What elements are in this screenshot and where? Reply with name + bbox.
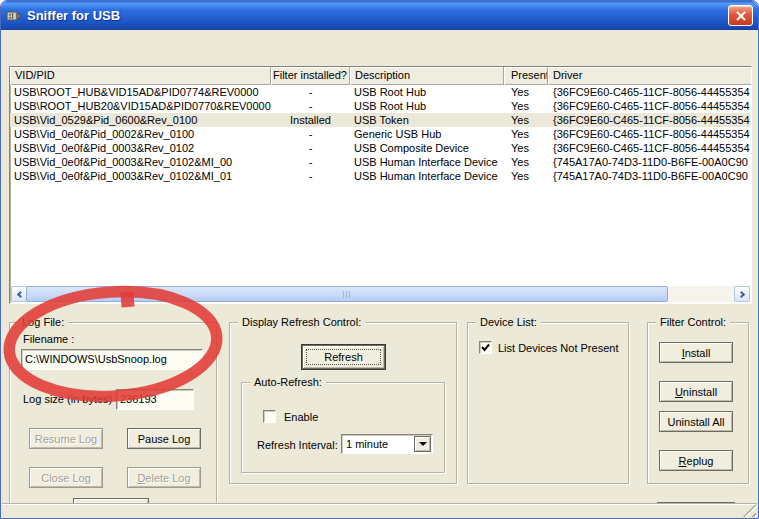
close-window-button[interactable] [728, 5, 753, 26]
column-header-present[interactable]: Present [504, 67, 548, 85]
cell-driver: {36FC9E60-C465-11CF-8056-44455354 [548, 113, 751, 127]
filter-control-group-label: Filter Control: [656, 316, 730, 328]
cell-filter: - [271, 127, 350, 141]
cell-present: Yes [504, 141, 548, 155]
cell-driver: {36FC9E60-C465-11CF-8056-44455354 [548, 99, 751, 113]
scroll-left-button[interactable] [11, 286, 27, 302]
replug-button[interactable]: Replug [659, 450, 733, 471]
table-header-row: VID/PID Filter installed? Description Pr… [10, 67, 751, 85]
chevron-down-icon [419, 442, 427, 450]
scrollbar-thumb[interactable] [26, 286, 668, 302]
combo-dropdown-button[interactable] [414, 436, 431, 452]
cell-vidpid: USB\Vid_0e0f&Pid_0003&Rev_0102&MI_00 [10, 155, 271, 169]
cell-driver: {36FC9E60-C465-11CF-8056-44455354 [548, 127, 751, 141]
column-header-filter-installed[interactable]: Filter installed? [271, 67, 350, 85]
cell-filter: - [271, 155, 350, 169]
cell-vidpid: USB\Vid_0e0f&Pid_0003&Rev_0102 [10, 141, 271, 155]
cell-description: USB Composite Device [350, 141, 504, 155]
checkmark-icon [480, 342, 491, 353]
refresh-button[interactable]: Refresh [302, 345, 385, 369]
scroll-right-button[interactable] [734, 286, 750, 302]
refresh-interval-label: Refresh Interval: [257, 439, 338, 451]
list-devices-not-present-label: List Devices Not Present [498, 342, 618, 354]
display-refresh-group-label: Display Refresh Control: [238, 316, 365, 328]
uninstall-all-button[interactable]: Uninstall All [659, 411, 733, 432]
cell-description: USB Human Interface Device [350, 155, 504, 169]
log-size-field: 236193 [116, 389, 194, 410]
table-row[interactable]: USB\ROOT_HUB20&VID15AD&PID0770&REV0000 -… [10, 99, 751, 113]
cell-vidpid: USB\Vid_0e0f&Pid_0003&Rev_0102&MI_01 [10, 169, 271, 183]
dialog-body: VID/PID Filter installed? Description Pr… [1, 30, 758, 519]
column-header-vidpid[interactable]: VID/PID [10, 67, 271, 85]
resume-log-button: Resume Log [29, 428, 103, 449]
cell-description: Generic USB Hub [350, 127, 504, 141]
auto-refresh-group: Auto-Refresh: [241, 382, 445, 473]
cell-description: USB Root Hub [350, 99, 504, 113]
cell-vidpid: USB\Vid_0529&Pid_0600&Rev_0100 [10, 113, 271, 127]
status-bar [2, 503, 757, 518]
cell-driver: {745A17A0-74D3-11D0-B6FE-00A0C90 [548, 155, 751, 169]
device-list-group-label: Device List: [476, 316, 541, 328]
usb-plug-icon [6, 8, 22, 24]
table-row[interactable]: USB\ROOT_HUB&VID15AD&PID0774&REV0000 - U… [10, 85, 751, 99]
cell-filter: - [271, 99, 350, 113]
delete-log-button: Delete Log [127, 467, 201, 488]
chevron-left-icon [17, 291, 24, 298]
chevron-right-icon [738, 291, 745, 298]
cell-driver: {745A17A0-74D3-11D0-B6FE-00A0C90 [548, 169, 751, 183]
cell-filter: - [271, 85, 350, 99]
cell-present: Yes [504, 85, 548, 99]
scrollbar-grip-icon [343, 291, 352, 298]
pause-log-button[interactable]: Pause Log [127, 428, 201, 449]
cell-description: USB Human Interface Device [350, 169, 504, 183]
table-row-selected[interactable]: USB\Vid_0529&Pid_0600&Rev_0100 Installed… [10, 113, 751, 127]
horizontal-scrollbar[interactable] [11, 286, 750, 302]
enable-checkbox-label: Enable [284, 411, 318, 423]
scrollbar-track[interactable] [668, 286, 734, 302]
title-bar[interactable]: Sniffer for USB [1, 1, 758, 30]
log-file-group-label: Log File: [18, 316, 68, 328]
table-row[interactable]: USB\Vid_0e0f&Pid_0003&Rev_0102&MI_00 - U… [10, 155, 751, 169]
cell-present: Yes [504, 113, 548, 127]
cell-filter: Installed [271, 113, 350, 127]
table-row[interactable]: USB\Vid_0e0f&Pid_0002&Rev_0100 - Generic… [10, 127, 751, 141]
window-title: Sniffer for USB [27, 8, 120, 23]
refresh-interval-select[interactable]: 1 minute [341, 434, 433, 454]
cell-present: Yes [504, 155, 548, 169]
cell-filter: - [271, 169, 350, 183]
table-row[interactable]: USB\Vid_0e0f&Pid_0003&Rev_0102&MI_01 - U… [10, 169, 751, 183]
column-header-description[interactable]: Description [350, 67, 504, 85]
cell-present: Yes [504, 127, 548, 141]
cell-present: Yes [504, 169, 548, 183]
column-header-driver[interactable]: Driver [548, 67, 751, 85]
auto-refresh-group-label: Auto-Refresh: [250, 376, 326, 388]
close-log-button: Close Log [29, 467, 103, 488]
cell-driver: {36FC9E60-C465-11CF-8056-44455354 [548, 85, 751, 99]
enable-checkbox[interactable] [263, 410, 276, 423]
refresh-interval-value: 1 minute [342, 438, 413, 450]
sniffer-for-usb-window: Sniffer for USB VID/PID Filter installed… [0, 0, 759, 519]
table-row[interactable]: USB\Vid_0e0f&Pid_0003&Rev_0102 - USB Com… [10, 141, 751, 155]
cell-filter: - [271, 141, 350, 155]
list-devices-not-present-checkbox[interactable] [479, 341, 492, 354]
cell-description: USB Token [350, 113, 504, 127]
cell-description: USB Root Hub [350, 85, 504, 99]
filename-field[interactable]: C:\WINDOWS\UsbSnoop.log [21, 349, 203, 370]
resize-grip[interactable] [743, 504, 756, 517]
uninstall-button[interactable]: Uninstall [659, 381, 733, 402]
log-size-label: Log size (in bytes) : [23, 393, 118, 405]
close-icon [736, 11, 746, 21]
cell-driver: {36FC9E60-C465-11CF-8056-44455354 [548, 141, 751, 155]
install-button[interactable]: Install [659, 342, 733, 363]
filename-label: Filename : [23, 333, 74, 345]
device-list-view: VID/PID Filter installed? Description Pr… [9, 66, 752, 304]
cell-vidpid: USB\ROOT_HUB&VID15AD&PID0774&REV0000 [10, 85, 271, 99]
cell-vidpid: USB\ROOT_HUB20&VID15AD&PID0770&REV0000 [10, 99, 271, 113]
cell-vidpid: USB\Vid_0e0f&Pid_0002&Rev_0100 [10, 127, 271, 141]
cell-present: Yes [504, 99, 548, 113]
